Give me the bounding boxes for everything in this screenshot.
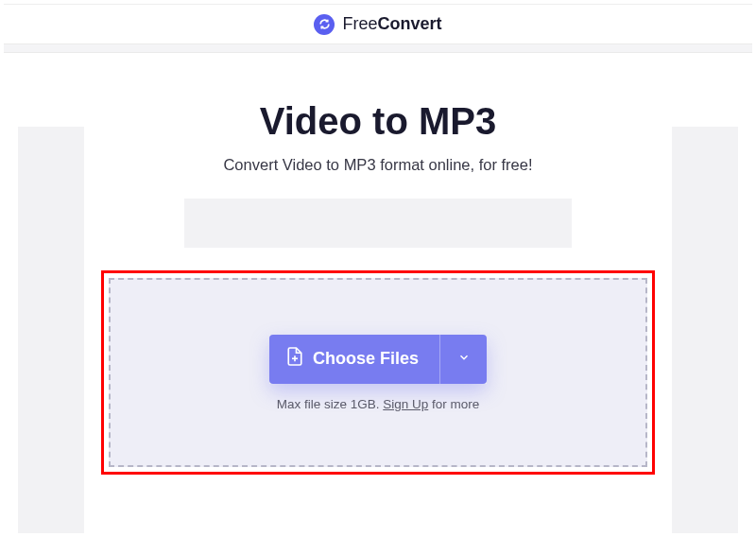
logo-text[interactable]: FreeConvert <box>342 14 441 34</box>
header: FreeConvert <box>4 4 752 43</box>
upload-source-dropdown-button[interactable] <box>439 335 487 384</box>
page-subtitle: Convert Video to MP3 format online, for … <box>109 156 647 174</box>
choose-files-label: Choose Files <box>313 349 419 369</box>
main-area: Video to MP3 Convert Video to MP3 format… <box>4 53 752 475</box>
sidebar-right-placeholder <box>672 127 738 533</box>
header-divider <box>4 43 752 53</box>
file-size-hint: Max file size 1GB. Sign Up for more <box>277 397 480 411</box>
file-add-icon <box>286 346 303 372</box>
highlight-box: Choose Files Max file <box>101 270 655 475</box>
file-dropzone[interactable]: Choose Files Max file <box>109 278 647 467</box>
content: Video to MP3 Convert Video to MP3 format… <box>109 53 647 475</box>
ad-placeholder <box>184 199 572 248</box>
hint-prefix: Max file size 1GB. <box>277 397 384 411</box>
chevron-down-icon <box>457 351 471 367</box>
sidebar-left-placeholder <box>18 127 84 533</box>
logo-free: Free <box>342 14 377 33</box>
signup-link[interactable]: Sign Up <box>383 397 428 411</box>
logo-convert: Convert <box>378 14 442 33</box>
page-title: Video to MP3 <box>109 100 647 143</box>
hint-suffix: for more <box>428 397 479 411</box>
upload-button-group: Choose Files <box>269 335 487 384</box>
logo-icon <box>314 14 335 35</box>
choose-files-button[interactable]: Choose Files <box>269 335 439 384</box>
